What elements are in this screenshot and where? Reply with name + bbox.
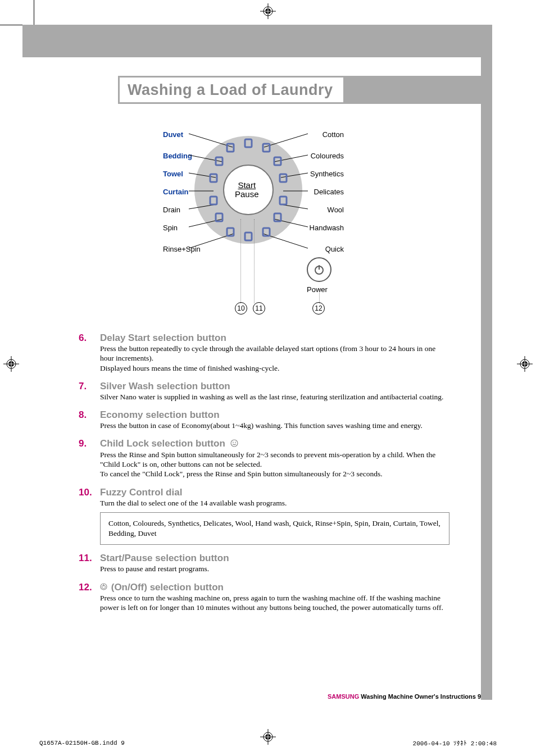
section-number: 11.: [79, 553, 94, 564]
section-body: Silver Nano water is supplied in washing…: [100, 392, 449, 402]
section-number: 6.: [79, 333, 94, 344]
registration-mark-icon: [517, 356, 533, 372]
smiley-icon: [230, 439, 238, 450]
section-6: 6. Delay Start selection button Press th…: [79, 333, 449, 373]
dial-label-wool: Wool: [328, 206, 344, 214]
header-stripe: [22, 25, 492, 57]
title-bar: Washing a Load of Laundry: [118, 76, 481, 104]
section-title: Delay Start selection button: [100, 333, 226, 344]
margin-bar: [481, 25, 492, 700]
dial-label-spin: Spin: [163, 224, 178, 232]
callout-leader: [240, 219, 241, 303]
section-number: 9.: [79, 438, 94, 449]
dial-label-drain: Drain: [163, 206, 180, 214]
callout-11: 11: [253, 302, 265, 315]
callout-12: 12: [312, 302, 325, 315]
svg-line-33: [264, 134, 308, 147]
section-number: 12.: [79, 582, 94, 593]
registration-mark-icon: [260, 3, 276, 19]
section-number: 7.: [79, 381, 94, 392]
crop-mark: [34, 0, 34, 25]
dial-label-handwash: Handwash: [310, 224, 344, 232]
section-body: Turn the dial to select one of the 14 av…: [100, 498, 449, 508]
section-body: Press to pause and restart programs.: [100, 564, 449, 573]
section-title: Fuzzy Control dial: [100, 487, 182, 498]
sections: 6. Delay Start selection button Press th…: [79, 333, 449, 621]
power-icon: [100, 582, 107, 593]
power-button-icon: [307, 257, 331, 282]
section-title: Start/Pause selection button: [100, 553, 229, 564]
section-8: 8. Economy selection button Press the bu…: [79, 409, 449, 430]
imposition-file: Q1657A-02150H-GB.indd 9: [39, 740, 125, 747]
section-title: (On/Off) selection button: [100, 582, 224, 594]
dial-label-curtain: Curtain: [163, 188, 189, 196]
imposition-line: Q1657A-02150H-GB.indd 9 2006-04-10 ｿﾀﾈﾄ …: [39, 740, 497, 747]
section-title: Silver Wash selection button: [100, 381, 230, 392]
power-label: Power: [307, 285, 328, 294]
section-body: Press once to turn the washing machine o…: [100, 593, 449, 613]
dial-label-duvet: Duvet: [163, 130, 183, 139]
svg-point-58: [235, 441, 236, 443]
svg-line-26: [189, 134, 233, 147]
svg-point-57: [233, 441, 234, 443]
registration-mark-icon: [3, 356, 19, 372]
program-dial-diagram: Duvet Bedding Towel Curtain Drain Spin R…: [151, 122, 347, 313]
dial-label-synthetics: Synthetics: [310, 170, 344, 178]
start-pause-label: Start Pause: [235, 181, 259, 199]
section-body: Press the Rinse and Spin button simultan…: [100, 450, 449, 479]
section-title: Child Lock selection button: [100, 438, 238, 450]
dial-label-towel: Towel: [163, 170, 183, 178]
dial-label-quick: Quick: [325, 245, 344, 253]
program-list-box: Cotton, Coloureds, Synthetics, Delicates…: [100, 512, 449, 545]
footer-brand: SAMSUNG: [328, 693, 359, 700]
callout-leader: [254, 219, 255, 303]
callout-leader: [319, 289, 320, 303]
footer-page-number: 9: [478, 693, 481, 700]
page-title: Washing a Load of Laundry: [128, 81, 333, 99]
section-body: Press the button in case of Economy(abou…: [100, 421, 449, 430]
section-number: 8.: [79, 409, 94, 421]
section-number: 10.: [79, 487, 94, 498]
section-title: Economy selection button: [100, 409, 220, 421]
section-11: 11. Start/Pause selection button Press t…: [79, 553, 449, 573]
callout-10: 10: [235, 302, 247, 315]
dial-label-coloureds: Coloureds: [311, 152, 344, 160]
svg-point-56: [231, 440, 238, 447]
section-12: 12. (On/Off) selection button Press once…: [79, 582, 449, 613]
page-footer: SAMSUNG Washing Machine Owner's Instruct…: [79, 693, 481, 700]
section-body: Press the button repeatedly to cycle thr…: [100, 344, 449, 373]
footer-text: Washing Machine Owner's Instructions: [359, 693, 478, 700]
section-10: 10. Fuzzy Control dial Turn the dial to …: [79, 487, 449, 545]
dial-label-bedding: Bedding: [163, 152, 192, 160]
imposition-timestamp: 2006-04-10 ｿﾀﾈﾄ 2:00:48: [413, 740, 497, 747]
dial-label-delicates: Delicates: [314, 188, 344, 196]
section-9: 9. Child Lock selection button Press the…: [79, 438, 449, 479]
dial-label-cotton: Cotton: [322, 130, 344, 139]
section-7: 7. Silver Wash selection button Silver N…: [79, 381, 449, 402]
